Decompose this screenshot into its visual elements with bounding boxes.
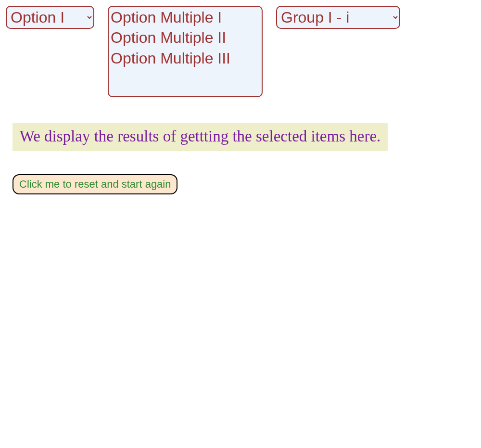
reset-button-label: Click me to reset and start again [19, 178, 171, 190]
reset-button[interactable]: Click me to reset and start again [13, 174, 177, 194]
multiple-select-option[interactable]: Option Multiple II [111, 28, 260, 48]
multiple-select[interactable]: Option Multiple I Option Multiple II Opt… [108, 6, 263, 97]
multiple-select-option[interactable]: Option Multiple III [111, 49, 260, 69]
selects-row: Option I Option Multiple I Option Multip… [6, 6, 481, 97]
single-select[interactable]: Option I [6, 6, 94, 29]
results-text: We display the results of gettting the s… [20, 128, 381, 145]
group-select[interactable]: Group I - i [276, 6, 400, 29]
results-panel: We display the results of gettting the s… [13, 123, 388, 151]
multiple-select-option[interactable]: Option Multiple I [111, 8, 260, 28]
